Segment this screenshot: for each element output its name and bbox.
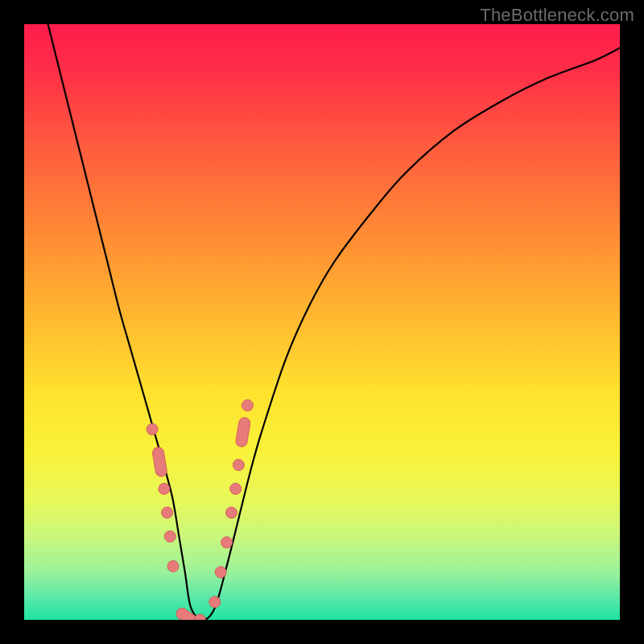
marker-dot	[159, 483, 170, 494]
marker-pill	[235, 417, 251, 448]
watermark-label: TheBottleneck.com	[480, 5, 634, 26]
marker-dot	[164, 530, 175, 542]
marker-dot	[226, 507, 237, 518]
bottleneck-curve	[48, 24, 620, 620]
marker-dot	[209, 597, 221, 608]
plot-area	[24, 24, 620, 620]
marker-group	[147, 400, 253, 620]
marker-dot	[167, 560, 179, 572]
outer-frame: TheBottleneck.com	[0, 0, 644, 644]
marker-dot	[162, 507, 173, 518]
marker-dot	[215, 567, 226, 578]
marker-dot	[242, 400, 254, 411]
marker-dot	[230, 483, 242, 494]
marker-dot	[147, 423, 158, 435]
marker-dot	[233, 460, 244, 471]
marker-pill	[151, 447, 167, 477]
curve-layer	[24, 24, 620, 620]
marker-dot	[221, 537, 233, 548]
